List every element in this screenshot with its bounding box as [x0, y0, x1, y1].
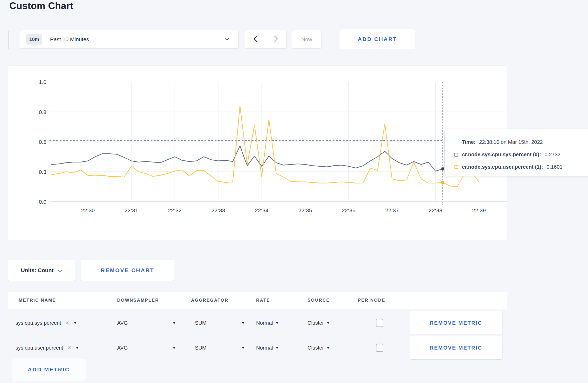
- chart-card: 0.00.30.50.81.022:3022:3122:3222:3322:34…: [8, 66, 507, 240]
- chevron-right-icon: [274, 35, 278, 44]
- rate-value: Normal: [256, 345, 273, 351]
- chart-tooltip: Time: 22:38:10 on Mar 15th, 2022 cr.node…: [444, 129, 588, 176]
- metric-row-user: sys.cpu.user.percent ✕ ▼ AVG ▼ SUM ▼ Nor…: [8, 335, 507, 360]
- dropdown-caret-icon[interactable]: ▼: [75, 346, 79, 350]
- remove-metric-button[interactable]: REMOVE METRIC: [410, 336, 502, 360]
- downsampler-select[interactable]: AVG ▼: [117, 335, 176, 360]
- svg-text:22:32: 22:32: [168, 207, 182, 213]
- svg-text:1.0: 1.0: [39, 79, 46, 85]
- metric-name-value: sys.cpu.user.percent: [16, 345, 63, 351]
- rate-value: Normal: [256, 320, 273, 326]
- metrics-table-header: METRIC NAME DOWNSAMPLER AGGREGATOR RATE …: [8, 292, 507, 309]
- dropdown-caret-icon: ▼: [275, 346, 279, 350]
- series-sys-legend-square-icon: [454, 153, 458, 157]
- chevron-left-icon: [253, 35, 258, 44]
- column-header-rate: RATE: [256, 298, 270, 303]
- column-header-aggregator: AGGREGATOR: [191, 298, 228, 303]
- chevron-down-icon: [58, 267, 62, 273]
- units-selector[interactable]: Units: Count: [8, 260, 75, 281]
- time-window-badge: 10m: [26, 34, 42, 45]
- next-time-button[interactable]: [266, 30, 287, 48]
- svg-text:0.5: 0.5: [39, 139, 46, 145]
- aggregator-select[interactable]: SUM ▼: [195, 335, 245, 360]
- time-window-selector[interactable]: 10m Past 10 Minutes: [20, 30, 239, 49]
- add-metric-button[interactable]: ADD METRIC: [11, 358, 86, 381]
- page-title: Custom Chart: [9, 1, 73, 11]
- dropdown-caret-icon: ▼: [241, 346, 245, 350]
- dropdown-caret-icon[interactable]: ▼: [74, 321, 77, 325]
- svg-text:22:36: 22:36: [342, 207, 355, 213]
- svg-text:22:33: 22:33: [212, 207, 225, 213]
- time-window-label: Past 10 Minutes: [50, 36, 89, 42]
- tooltip-time-value: 22:38:10 on Mar 15th, 2022: [479, 139, 543, 145]
- per-node-checkbox[interactable]: [376, 344, 383, 352]
- prev-time-button[interactable]: [245, 30, 266, 48]
- remove-metric-button[interactable]: REMOVE METRIC: [410, 311, 502, 335]
- svg-text:0.8: 0.8: [39, 109, 46, 115]
- remove-chart-button[interactable]: REMOVE CHART: [81, 260, 174, 281]
- dropdown-caret-icon: ▼: [275, 321, 279, 325]
- units-label: Units: Count: [21, 267, 54, 273]
- series-user-legend-square-icon: [454, 165, 458, 169]
- rate-select[interactable]: Normal ▼: [256, 335, 279, 360]
- aggregator-value: SUM: [195, 345, 206, 351]
- column-header-metric-name: METRIC NAME: [19, 298, 56, 303]
- svg-text:22:38: 22:38: [429, 207, 443, 213]
- remove-token-icon[interactable]: ✕: [65, 320, 69, 326]
- rate-select[interactable]: Normal ▼: [256, 310, 279, 335]
- tooltip-sys-value: 0.2732: [545, 152, 561, 158]
- dropdown-caret-icon: ▼: [326, 321, 330, 325]
- source-select[interactable]: Cluster ▼: [307, 335, 330, 360]
- svg-text:22:34: 22:34: [255, 207, 269, 213]
- metric-row-sys: sys.cpu.sys.percent ✕ ▼ AVG ▼ SUM ▼ Norm…: [8, 310, 507, 335]
- source-select[interactable]: Cluster ▼: [307, 310, 330, 335]
- downsampler-value: AVG: [117, 345, 128, 351]
- tooltip-user-label: cr.node.sys.cpu.user.percent (1):: [462, 164, 543, 170]
- aggregator-select[interactable]: SUM ▼: [195, 310, 245, 335]
- timeseries-chart[interactable]: 0.00.30.50.81.022:3022:3122:3222:3322:34…: [8, 66, 507, 240]
- svg-text:22:31: 22:31: [124, 207, 138, 213]
- downsampler-select[interactable]: AVG ▼: [117, 310, 176, 335]
- add-chart-button[interactable]: ADD CHART: [340, 29, 415, 49]
- dropdown-caret-icon: ▼: [241, 321, 245, 325]
- tooltip-sys-label: cr.node.sys.cpu.sys.percent (0):: [462, 152, 541, 158]
- remove-token-icon[interactable]: ✕: [67, 345, 71, 351]
- toolbar-divider: [8, 31, 9, 49]
- source-value: Cluster: [307, 345, 324, 351]
- aggregator-value: SUM: [195, 320, 206, 326]
- column-header-downsampler: DOWNSAMPLER: [117, 298, 159, 303]
- svg-text:0.0: 0.0: [39, 199, 46, 205]
- source-value: Cluster: [307, 320, 324, 326]
- svg-text:22:35: 22:35: [298, 207, 312, 213]
- svg-text:22:37: 22:37: [385, 207, 399, 213]
- svg-text:22:30: 22:30: [81, 207, 95, 213]
- chevron-down-icon: [224, 37, 229, 42]
- dropdown-caret-icon: ▼: [172, 321, 176, 325]
- time-nav-group: [245, 30, 287, 49]
- metric-name-value: sys.cpu.sys.percent: [16, 320, 61, 326]
- now-button[interactable]: Now: [292, 30, 321, 49]
- tooltip-user-value: 0.1601: [547, 164, 562, 170]
- per-node-checkbox[interactable]: [376, 319, 383, 327]
- svg-text:22:39: 22:39: [472, 207, 486, 213]
- svg-text:0.3: 0.3: [39, 169, 46, 175]
- dropdown-caret-icon: ▼: [326, 346, 330, 350]
- downsampler-value: AVG: [117, 320, 128, 326]
- tooltip-time-label: Time:: [462, 139, 475, 145]
- column-header-per-node: PER NODE: [358, 298, 385, 303]
- column-header-source: SOURCE: [307, 298, 330, 303]
- dropdown-caret-icon: ▼: [172, 346, 176, 350]
